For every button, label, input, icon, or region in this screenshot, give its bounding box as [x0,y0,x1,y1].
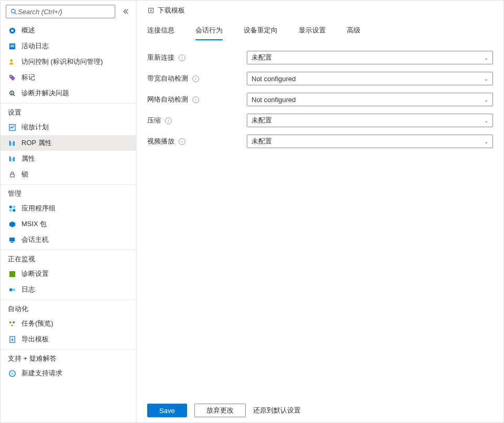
svg-rect-5 [10,44,14,45]
nav-label: 属性 [21,154,35,163]
nav-label: 导出模板 [21,335,49,344]
scaling-icon [8,123,16,131]
chevron-down-icon: ⌄ [484,55,488,61]
info-icon[interactable]: i [192,75,199,82]
sidebar-item-session-hosts[interactable]: 会话主机 [1,232,136,248]
tab-advanced[interactable]: 高级 [347,26,360,40]
sidebar-item-logs[interactable]: 日志 [1,282,136,297]
sidebar-item-msix[interactable]: MSIX 包 [1,216,136,232]
svg-point-8 [10,75,11,76]
svg-rect-6 [10,46,14,47]
select-bandwidth[interactable]: Not configured ⌄ [247,72,493,85]
nav-label: MSIX 包 [21,219,47,229]
sidebar-item-activity-log[interactable]: 活动日志 [1,38,136,54]
tab-display-settings[interactable]: 显示设置 [299,26,326,40]
sidebar-item-overview[interactable]: 概述 [1,23,136,38]
sidebar-item-export-template[interactable]: 导出模板 [1,331,136,347]
svg-point-26 [9,288,12,291]
section-automation: 自动化 [1,299,136,316]
access-icon [8,58,16,66]
sidebar-item-diagnostic-settings[interactable]: 诊断设置 [1,266,136,282]
svg-point-33 [11,372,13,374]
discard-button[interactable]: 放弃更改 [194,404,246,417]
tasks-icon [8,319,16,328]
label-video: 视频播放 [147,137,174,146]
sidebar-item-rdp-properties[interactable]: ROP 属性 [1,135,136,151]
msix-icon [8,220,16,228]
sidebar-item-locks[interactable]: 锁 [1,166,136,182]
export-icon [8,335,16,343]
nav-label: 锁 [21,170,28,179]
svg-point-27 [12,288,15,291]
svg-rect-12 [9,140,10,145]
nav-label: 诊断并解决问题 [21,88,69,98]
chevron-down-icon: ⌄ [484,97,488,103]
search-input[interactable] [18,8,112,16]
svg-rect-15 [9,156,10,161]
sidebar-item-diagnose[interactable]: 诊断并解决问题 [1,85,136,101]
info-icon[interactable]: i [179,138,185,145]
svg-line-1 [15,13,16,14]
tag-icon [8,73,16,82]
tab-session-behavior[interactable]: 会话行为 [195,26,223,40]
select-value: Not configured [251,96,296,104]
sidebar-item-scaling-plan[interactable]: 缩放计划 [1,119,136,135]
search-box[interactable] [6,5,115,18]
rdp-icon [8,139,16,147]
tabs: 连接信息 会话行为 设备重定向 显示设置 高级 [137,17,503,40]
svg-rect-14 [13,141,14,145]
svg-rect-23 [9,237,14,241]
info-icon[interactable]: i [192,96,199,103]
svg-point-3 [11,29,14,32]
sidebar-item-new-support-request[interactable]: 新建支持请求 [1,365,136,381]
support-icon [8,369,16,377]
nav-label: 应用程序组 [21,204,56,213]
nav-label: 概述 [21,26,35,35]
sidebar: 概述 活动日志 访问控制 (标识和访问管理) 标记 诊断并解决问题 设置 缩放计… [1,1,137,422]
svg-rect-22 [13,209,15,212]
svg-rect-17 [13,157,14,161]
download-icon [147,7,155,14]
select-value: 未配置 [251,53,272,62]
restore-defaults-button[interactable]: 还原到默认设置 [253,406,301,415]
nav-label: 诊断设置 [21,269,49,279]
select-compression[interactable]: 未配置 ⌄ [247,114,493,127]
label-compression: 压缩 [147,116,161,125]
session-icon [8,236,16,244]
diagnose-icon [8,89,16,97]
main-content: 下载模板 连接信息 会话行为 设备重定向 显示设置 高级 重新连接 i 未配置 … [137,1,503,422]
select-value: 未配置 [251,137,272,146]
form-row-compression: 压缩 i 未配置 ⌄ [147,114,493,127]
search-icon [9,7,18,16]
nav-label: 访问控制 (标识和访问管理) [21,57,103,66]
label-bandwidth: 带宽自动检测 [147,74,188,83]
sidebar-item-tasks[interactable]: 任务(预览) [1,316,136,331]
logs-icon [8,285,16,294]
sidebar-item-access-control[interactable]: 访问控制 (标识和访问管理) [1,54,136,70]
sidebar-item-tags[interactable]: 标记 [1,70,136,85]
chevron-down-icon: ⌄ [484,118,488,124]
tab-connection-info[interactable]: 连接信息 [147,26,174,40]
collapse-sidebar-button[interactable] [119,6,131,17]
svg-point-30 [11,324,13,326]
section-manage: 管理 [1,184,136,201]
sidebar-item-properties[interactable]: 属性 [1,151,136,166]
svg-point-29 [13,321,15,323]
tab-device-redirection[interactable]: 设备重定向 [244,26,278,40]
select-reconnect[interactable]: 未配置 ⌄ [247,51,493,64]
form-row-network: 网络自动检测 i Not configured ⌄ [147,93,493,106]
select-network[interactable]: Not configured ⌄ [247,93,493,106]
select-video[interactable]: 未配置 ⌄ [247,135,493,148]
svg-rect-25 [9,271,15,276]
nav-label: 日志 [21,285,35,294]
save-button[interactable]: Save [147,404,187,417]
info-icon[interactable]: i [179,54,185,61]
info-icon[interactable]: i [165,117,172,124]
nav-label: 会话主机 [21,235,49,244]
footer: Save 放弃更改 还原到默认设置 [147,404,493,417]
diag-icon [8,270,16,278]
select-value: 未配置 [251,116,272,125]
nav-label: 活动日志 [21,41,49,51]
download-template-button[interactable]: 下载模板 [158,6,185,15]
sidebar-item-app-groups[interactable]: 应用程序组 [1,201,136,216]
